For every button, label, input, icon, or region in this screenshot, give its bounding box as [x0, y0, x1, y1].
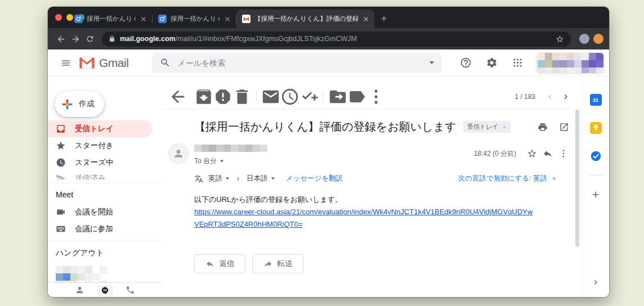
email-toolbar: 1 / 183 [162, 76, 582, 109]
close-tab-icon[interactable] [223, 15, 231, 23]
keep-icon[interactable] [590, 122, 602, 134]
source-language-dropdown[interactable]: 英語 [208, 174, 230, 183]
label-tag-icon[interactable] [347, 87, 366, 106]
browser-tab-2[interactable]: 採用一括かんりくん [153, 10, 236, 28]
addons-rail: 31 [582, 76, 609, 297]
recipient-label: To 自分 [194, 156, 217, 166]
help-icon[interactable] [455, 52, 476, 74]
star-message-icon[interactable] [524, 146, 540, 161]
delete-icon[interactable] [232, 87, 252, 106]
search-input[interactable] [177, 58, 423, 68]
sidebar-item-inbox[interactable]: 受信トレイ [48, 120, 153, 137]
hangouts-icon[interactable] [97, 285, 113, 295]
remove-label-icon[interactable] [502, 125, 507, 129]
close-window-button[interactable] [55, 14, 62, 21]
move-to-folder-icon[interactable] [328, 87, 347, 106]
dismiss-translate-icon[interactable] [552, 176, 557, 181]
search-bar[interactable] [152, 53, 442, 73]
tasks-icon[interactable] [590, 150, 602, 162]
sidebar-item-sent[interactable]: 送信済み [48, 171, 153, 179]
account-profile-chip[interactable] [536, 52, 605, 74]
target-language-dropdown[interactable]: 日本語 [247, 174, 275, 183]
person-icon [173, 148, 184, 159]
redacted-hangouts-contact [56, 266, 63, 273]
compose-plus-icon [61, 98, 73, 110]
hide-side-panel-chevron-icon[interactable] [590, 277, 601, 288]
mark-unread-icon[interactable] [261, 87, 280, 106]
sender-avatar[interactable] [168, 143, 189, 164]
close-tab-icon[interactable] [140, 15, 147, 23]
archive-icon[interactable] [194, 87, 213, 106]
more-options-icon[interactable] [366, 87, 386, 106]
target-language-label: 日本語 [247, 174, 268, 183]
back-button[interactable] [53, 32, 68, 46]
reply-button[interactable]: 返信 [194, 254, 245, 273]
sidebar-item-start-meeting[interactable]: 会議を開始 [48, 204, 153, 220]
sidebar-item-starred[interactable]: スター付き [48, 137, 153, 154]
email-timestamp: 18:42 (0 分前) [474, 149, 516, 159]
settings-gear-icon[interactable] [481, 52, 502, 74]
tab-strip: 採用一括かんりくん 採用一括かんりくん 【採用一括か [48, 7, 609, 28]
snooze-clock-icon[interactable] [280, 87, 299, 106]
browser-profile-icon[interactable] [593, 34, 603, 44]
main-menu-icon[interactable] [55, 52, 77, 74]
new-tab-button[interactable] [380, 15, 388, 22]
email-actions: 返信 転送 [194, 254, 582, 273]
subject-row: 【採用一括かんりくん】評価の登録をお願いします 受信トレイ [162, 109, 582, 139]
browser-avatar[interactable] [579, 34, 589, 44]
contacts-person-icon[interactable] [75, 285, 84, 295]
sidebar-item-snoozed[interactable]: スヌーズ中 [48, 154, 153, 171]
gmail-sidebar: 作成 受信トレイ スター付き [48, 76, 162, 297]
inbox-label-badge[interactable]: 受信トレイ [463, 121, 511, 133]
recipient-details-caret-icon[interactable] [220, 160, 223, 163]
email-view: 1 / 183 【採用一括かんりくん】評価の登録をお願いします 受信トレイ [162, 76, 582, 297]
older-email-chevron-icon[interactable] [558, 89, 574, 105]
calendar-icon[interactable]: 31 [590, 94, 602, 106]
reload-button[interactable] [83, 32, 97, 46]
browser-tab-3-active[interactable]: 【採用一括かんりくん】評価の登録 [236, 10, 374, 28]
url-path: /mail/u/1/#inbox/FMfcgxwJXfgmsGcjbdJLSTs… [176, 35, 551, 43]
gmail-header: Gmail [48, 50, 609, 76]
google-apps-grid-icon[interactable] [507, 52, 528, 74]
browser-tab-1[interactable]: 採用一括かんりくん [69, 10, 152, 28]
close-tab-icon[interactable] [362, 15, 370, 23]
source-language-label: 英語 [208, 174, 222, 183]
open-in-new-window-icon[interactable] [559, 122, 569, 132]
message-actions: 18:42 (0 分前) [474, 146, 571, 161]
recipient-line[interactable]: To 自分 [194, 156, 224, 166]
forward-label: 転送 [278, 259, 293, 269]
send-icon [56, 173, 66, 179]
url-host: mail.google.com [120, 35, 176, 43]
newer-email-chevron-icon[interactable] [542, 89, 558, 105]
search-options-caret-icon[interactable] [430, 61, 434, 64]
forward-button[interactable] [68, 32, 83, 46]
pagination-counter: 1 / 183 [515, 93, 535, 101]
reply-icon[interactable] [540, 146, 556, 161]
body-text: 以下のURLから評価の登録をお願いします。 [194, 194, 559, 206]
address-bar: mail.google.com /mail/u/1/#inbox/FMfcgxw… [48, 28, 609, 50]
get-addons-plus-icon[interactable] [590, 188, 602, 200]
back-to-inbox-icon[interactable] [168, 87, 187, 106]
phone-icon[interactable] [126, 285, 135, 295]
reply-arrow-icon [205, 259, 214, 268]
sidebar-item-label: スヌーズ中 [75, 158, 113, 168]
disable-translate-link[interactable]: 次の言語で無効にする: 英語 [458, 174, 547, 183]
message-more-options-icon[interactable] [556, 146, 571, 161]
report-spam-icon[interactable] [213, 87, 232, 106]
vertical-scrollbar[interactable] [575, 110, 579, 247]
forward-button[interactable]: 転送 [252, 254, 303, 273]
sidebar-footer [48, 282, 162, 297]
gmail-logo[interactable]: Gmail [79, 56, 128, 70]
compose-button[interactable]: 作成 [55, 91, 104, 117]
gmail-favicon [242, 15, 251, 23]
print-icon[interactable] [538, 122, 548, 132]
url-bar[interactable]: mail.google.com /mail/u/1/#inbox/FMfcgxw… [102, 32, 571, 47]
sidebar-item-join-meeting[interactable]: 会議に参加 [48, 220, 153, 237]
evaluation-link[interactable]: https://www.career-cloud.asia/21/com/eva… [194, 206, 559, 231]
bookmark-star-icon[interactable] [556, 35, 564, 43]
sidebar-item-label: 受信トレイ [75, 124, 113, 134]
site-favicon [158, 15, 167, 23]
search-icon[interactable] [160, 57, 171, 68]
add-to-tasks-icon[interactable] [299, 87, 319, 106]
translate-message-link[interactable]: メッセージを翻訳 [286, 174, 343, 183]
